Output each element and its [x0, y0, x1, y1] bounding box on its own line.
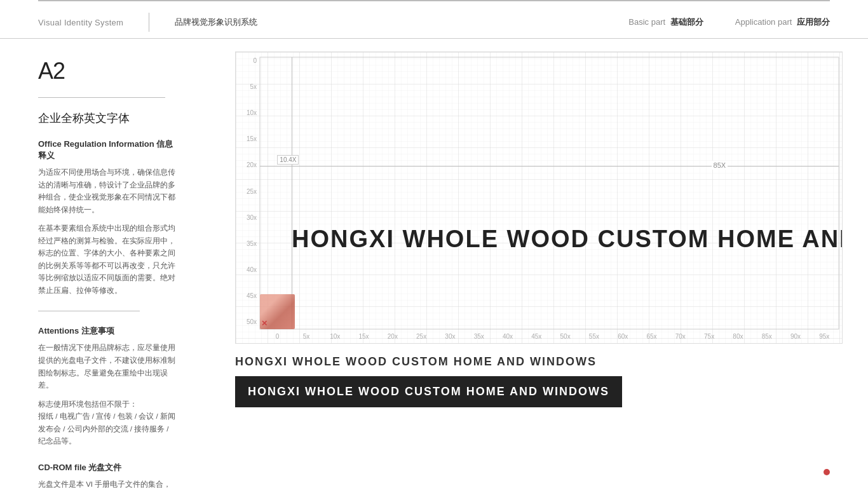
y-label-35: 35x: [236, 240, 260, 247]
body-1a: 为适应不同使用场合与环境，确保信息传达的清晰与准确，特设计了企业品牌的多种组合，…: [38, 166, 178, 216]
subtitle-1: Office Regulation Information 信息释义: [38, 139, 178, 161]
x-label-70: 70x: [666, 333, 695, 340]
header: Visual Identity System 品牌视觉形象识别系统 Basic …: [0, 1, 868, 39]
nav-basic[interactable]: Basic part 基础部分: [628, 17, 703, 28]
page-indicator: [824, 469, 830, 475]
x-label-55: 55x: [580, 333, 608, 340]
y-label-40: 40x: [236, 266, 260, 273]
y-label-15: 15x: [236, 135, 260, 142]
x-label-90: 90x: [781, 333, 810, 340]
sidebar: A2 企业全称英文字体 Office Regulation Informatio…: [0, 39, 216, 488]
x-label-5: 5x: [292, 333, 320, 340]
x-label-15: 15x: [349, 333, 378, 340]
sidebar-top-rule: [38, 97, 165, 98]
x-label-95: 95x: [810, 333, 839, 340]
label-104x: 10.4X: [277, 155, 299, 165]
logo-x-mark: ✕: [261, 319, 268, 328]
nav-basic-en: Basic part: [628, 17, 665, 27]
y-label-45: 45x: [236, 292, 260, 299]
sidebar-rule-1: [38, 311, 140, 311]
header-divider: [149, 13, 149, 32]
section-title: 企业全称英文字体: [38, 111, 178, 126]
content-area: 50x 45x 40x 35x 30x 25x 20x 15x 10x 5x 0…: [216, 39, 868, 488]
x-label-40: 40x: [493, 333, 522, 340]
x-label-10: 10x: [321, 333, 349, 340]
sample-text-dark-wrapper: HONGXI WHOLE WOOD CUSTOM HOME AND WINDOW…: [235, 376, 843, 407]
chart-inner: 85X 10.4X ✕ HONGXI WHOLE WOOD CUSTOM HOM…: [260, 57, 839, 329]
body-2b: 标志使用环境包括但不限于： 报纸 / 电视广告 / 宣传 / 包装 / 会议 /…: [38, 398, 178, 448]
body-3: 光盘文件是本 VI 手册电子文件的集合，内含手册制作时的专用软件格式文件。其中 …: [38, 478, 178, 488]
x-label-80: 80x: [724, 333, 752, 340]
x-label-30: 30x: [436, 333, 465, 340]
header-title-en: Visual Identity System: [38, 18, 123, 27]
sample-text-dark: HONGXI WHOLE WOOD CUSTOM HOME AND WINDOW…: [235, 376, 622, 407]
x-label-85: 85x: [752, 333, 781, 340]
chart-brand-text: HONGXI WHOLE WOOD CUSTOM HOME AND WINDOW…: [292, 226, 843, 253]
page-number: A2: [38, 58, 178, 85]
nav-basic-cn: 基础部分: [670, 17, 703, 27]
nav-application-cn: 应用部分: [797, 17, 830, 27]
x-label-0: 0: [263, 333, 292, 340]
header-nav: Basic part 基础部分 Application part 应用部分: [628, 17, 830, 28]
grid-chart: 50x 45x 40x 35x 30x 25x 20x 15x 10x 5x 0…: [235, 51, 843, 344]
x-label-65: 65x: [637, 333, 666, 340]
x-axis-labels: 0 5x 10x 15x 20x 25x 30x 35x 40x 45x 50x…: [260, 329, 842, 343]
body-1b: 在基本要素组合系统中出现的组合形式均经过严格的测算与检验。在实际应用中，标志的位…: [38, 222, 178, 297]
y-label-25: 25x: [236, 188, 260, 195]
y-label-30: 30x: [236, 214, 260, 221]
subtitle-2: Attentions 注意事项: [38, 325, 178, 337]
label-85x: 85X: [712, 161, 728, 170]
y-label-20: 20x: [236, 161, 260, 168]
x-label-60: 60x: [609, 333, 637, 340]
v-ref-line-104x: [292, 57, 292, 329]
y-label-10: 10x: [236, 109, 260, 116]
bottom-samples: HONGXI WHOLE WOOD CUSTOM HOME AND WINDOW…: [235, 355, 843, 407]
h-ref-line-85x: [260, 166, 839, 166]
body-2a: 在一般情况下使用品牌标志，应尽量使用提供的光盘电子文件，不建议使用标准制图绘制标…: [38, 342, 178, 391]
sample-text-light: HONGXI WHOLE WOOD CUSTOM HOME AND WINDOW…: [235, 355, 843, 369]
y-label-50: 50x: [236, 318, 260, 325]
x-label-45: 45x: [522, 333, 551, 340]
y-axis-labels: 50x 45x 40x 35x 30x 25x 20x 15x 10x 5x 0: [236, 52, 260, 343]
x-label-50: 50x: [551, 333, 580, 340]
x-label-20: 20x: [378, 333, 407, 340]
subtitle-3: CD-ROM file 光盘文件: [38, 462, 178, 473]
nav-application[interactable]: Application part 应用部分: [735, 17, 830, 28]
x-label-25: 25x: [407, 333, 435, 340]
nav-application-en: Application part: [735, 17, 792, 27]
header-left: Visual Identity System 品牌视觉形象识别系统: [38, 13, 257, 32]
main-container: A2 企业全称英文字体 Office Regulation Informatio…: [0, 39, 868, 488]
x-label-35: 35x: [465, 333, 493, 340]
x-label-75: 75x: [695, 333, 723, 340]
header-title-cn: 品牌视觉形象识别系统: [175, 17, 257, 28]
y-label-5: 5x: [236, 83, 260, 90]
y-label-0: 0: [236, 57, 260, 64]
